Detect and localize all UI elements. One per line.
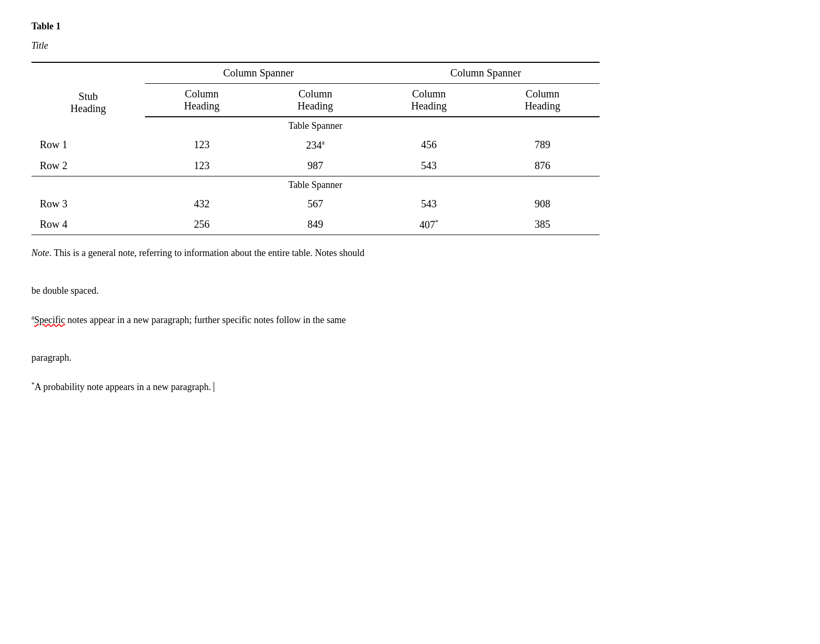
row-2-c2: 987 bbox=[259, 156, 372, 176]
row-3-c1: 432 bbox=[145, 194, 259, 214]
col-heading-1: ColumnHeading bbox=[145, 84, 259, 117]
specific-note-text: Specific bbox=[34, 315, 65, 325]
row-2-c3: 543 bbox=[372, 156, 486, 176]
row-1-c1: 123 bbox=[145, 135, 259, 156]
row-1-label: Row 1 bbox=[31, 135, 145, 156]
table-spanner-2: Table Spanner bbox=[31, 176, 600, 194]
col-heading-4: ColumnHeading bbox=[486, 84, 600, 117]
col-spanner-2: Column Spanner bbox=[372, 62, 600, 84]
table-title: Title bbox=[31, 40, 789, 51]
row-1-c4: 789 bbox=[486, 135, 600, 156]
note-general: Note. This is a general note, referring … bbox=[31, 243, 600, 300]
note-label: Note bbox=[31, 248, 49, 258]
row-4-c2: 849 bbox=[259, 214, 372, 235]
col-heading-2: ColumnHeading bbox=[259, 84, 372, 117]
note-specific: aSpecific notes appear in a new paragrap… bbox=[31, 310, 600, 367]
col-heading-3: ColumnHeading bbox=[372, 84, 486, 117]
table-spanner-1: Table Spanner bbox=[31, 117, 600, 135]
note-probability: *A probability note appears in a new par… bbox=[31, 377, 600, 396]
row-3-label: Row 3 bbox=[31, 194, 145, 214]
main-table: StubHeading Column Spanner Column Spanne… bbox=[31, 62, 600, 235]
row-4-c3: 407* bbox=[372, 214, 486, 235]
notes-section: Note. This is a general note, referring … bbox=[31, 243, 600, 396]
stub-heading: StubHeading bbox=[31, 62, 145, 117]
col-spanner-1: Column Spanner bbox=[145, 62, 372, 84]
row-3-c2: 567 bbox=[259, 194, 372, 214]
row-2-c4: 876 bbox=[486, 156, 600, 176]
row-4-label: Row 4 bbox=[31, 214, 145, 235]
row-3-c3: 543 bbox=[372, 194, 486, 214]
row-1-c3: 456 bbox=[372, 135, 486, 156]
table-label: Table 1 bbox=[31, 21, 789, 32]
row-2-label: Row 2 bbox=[31, 156, 145, 176]
row-4-c1: 256 bbox=[145, 214, 259, 235]
row-2-c1: 123 bbox=[145, 156, 259, 176]
row-4-c4: 385 bbox=[486, 214, 600, 235]
row-3-c4: 908 bbox=[486, 194, 600, 214]
row-1-c2: 234a bbox=[259, 135, 372, 156]
